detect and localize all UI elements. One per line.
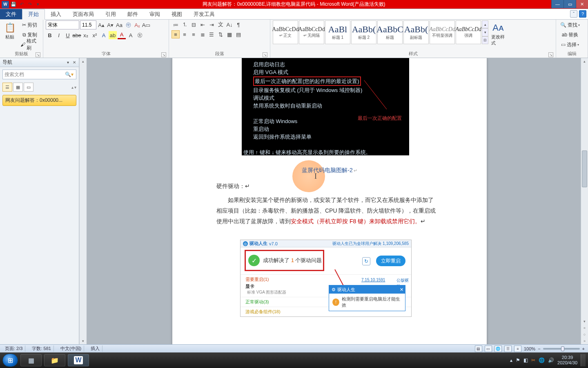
show-marks-icon[interactable]: ¶ bbox=[234, 20, 243, 29]
minimize-ribbon-button[interactable]: ˆ bbox=[570, 10, 577, 18]
tab-home[interactable]: 开始 bbox=[22, 9, 45, 20]
nav-dropdown-icon[interactable]: ▾ bbox=[65, 60, 71, 65]
search-icon[interactable]: 🔍▾ bbox=[65, 72, 74, 77]
char-shading-icon[interactable]: A bbox=[127, 31, 135, 39]
redo-icon[interactable]: ↷ bbox=[26, 1, 33, 8]
tab-mail[interactable]: 邮件 bbox=[122, 9, 144, 19]
zoom-out-icon[interactable]: − bbox=[538, 346, 540, 351]
scroll-up-icon[interactable]: ▴ bbox=[581, 58, 588, 65]
driver-version-link[interactable]: 7.15.10.1591 bbox=[361, 278, 385, 282]
multilevel-icon[interactable]: ⊟ bbox=[189, 20, 198, 29]
tab-view[interactable]: 视图 bbox=[166, 9, 188, 19]
print-layout-view-icon[interactable]: ▤ bbox=[475, 346, 482, 352]
status-language[interactable]: 中文(中国) bbox=[58, 346, 84, 352]
taskbar-explorer[interactable]: 📁 bbox=[44, 354, 65, 366]
tray-clock[interactable]: 20:392020/4/30 bbox=[557, 355, 577, 366]
minimize-button[interactable]: — bbox=[551, 0, 564, 8]
bold-icon[interactable]: B bbox=[46, 31, 54, 39]
underline-icon[interactable]: U bbox=[64, 31, 72, 39]
borders-icon[interactable]: ▤ bbox=[234, 30, 243, 38]
zoom-percent[interactable]: 100% bbox=[524, 346, 535, 351]
status-words[interactable]: 字数: 581 bbox=[29, 346, 53, 352]
shrink-font-icon[interactable]: A▾ bbox=[106, 21, 114, 29]
strike-icon[interactable]: abe bbox=[73, 31, 81, 39]
nav-tab-results[interactable]: ▭ bbox=[24, 83, 33, 92]
find-button[interactable]: 🔍 查找 bbox=[559, 20, 581, 29]
tab-review[interactable]: 审阅 bbox=[144, 9, 166, 19]
highlight-icon[interactable]: ab bbox=[109, 31, 117, 39]
replace-button[interactable]: ab 替换 bbox=[559, 30, 581, 39]
subscript-icon[interactable]: x₂ bbox=[82, 31, 90, 39]
grow-font-icon[interactable]: A▴ bbox=[97, 21, 105, 29]
vertical-scrollbar[interactable]: ▴ ▾ « ○ » bbox=[581, 58, 588, 344]
line-spacing-icon[interactable]: ⇅ bbox=[216, 30, 225, 38]
clipboard-launcher-icon[interactable]: ↘ bbox=[36, 52, 40, 57]
font-size-select[interactable]: 11.5 bbox=[80, 20, 96, 29]
tab-file[interactable]: 文件 bbox=[0, 9, 22, 19]
refresh-icon[interactable]: ↻ bbox=[362, 257, 370, 265]
web-view-icon[interactable]: 🌐 bbox=[494, 346, 502, 352]
help-button[interactable]: ? bbox=[579, 10, 586, 18]
scroll-down-icon[interactable]: ▾ bbox=[581, 318, 588, 325]
style-gallery-scroll[interactable]: ▴▾⊟ bbox=[482, 20, 488, 44]
format-painter-button[interactable]: 🖌 格式刷 bbox=[19, 40, 40, 49]
justify-icon[interactable]: ≣ bbox=[198, 30, 207, 38]
nav-scrollbar[interactable]: ▴▾ bbox=[79, 58, 87, 344]
style-heading2[interactable]: AaBb(标题 2 bbox=[351, 20, 376, 44]
style-normal[interactable]: AaBbCcDd↵ 正文 bbox=[273, 20, 298, 44]
nav-next-icon[interactable]: ▾ bbox=[74, 85, 76, 90]
tab-developer[interactable]: 开发工具 bbox=[188, 9, 220, 19]
bullets-icon[interactable]: ≔ bbox=[172, 20, 180, 29]
style-heading1[interactable]: AaBl标题 1 bbox=[325, 20, 350, 44]
tab-references[interactable]: 引用 bbox=[100, 9, 122, 19]
tray-flag-icon[interactable]: ⚑ bbox=[516, 357, 520, 363]
paste-button[interactable]: 📋粘贴 bbox=[2, 20, 17, 42]
text-effects-icon[interactable]: A bbox=[100, 31, 108, 39]
cut-button[interactable]: ✂ 剪切 bbox=[19, 20, 40, 29]
taskbar-word[interactable]: W bbox=[68, 354, 89, 366]
outline-view-icon[interactable]: ☰ bbox=[504, 346, 512, 352]
tray-volume-icon[interactable]: 🔊 bbox=[548, 357, 554, 363]
undo-icon[interactable]: ↶ bbox=[18, 1, 25, 8]
nav-prev-icon[interactable]: ▴ bbox=[71, 85, 74, 90]
taskbar-app1[interactable]: ▦ bbox=[20, 354, 42, 366]
phonetic-guide-icon[interactable]: ㊥ bbox=[124, 21, 132, 29]
tray-show-hidden-icon[interactable]: ▴ bbox=[510, 357, 512, 363]
tab-insert[interactable]: 插入 bbox=[45, 9, 67, 19]
enclose-char-icon[interactable]: ㊛ bbox=[136, 31, 144, 39]
tray-input-icon[interactable]: ◧ bbox=[523, 357, 528, 363]
font-launcher-icon[interactable]: ↘ bbox=[161, 52, 166, 57]
close-button[interactable]: ✕ bbox=[576, 0, 588, 8]
zoom-slider[interactable] bbox=[543, 348, 580, 350]
align-left-icon[interactable]: ≡ bbox=[172, 30, 180, 38]
style-subtle-emph[interactable]: AaBbCcDd不明显强调 bbox=[430, 20, 455, 44]
next-page-icon[interactable]: » bbox=[581, 338, 588, 344]
char-border-icon[interactable]: A▭ bbox=[142, 21, 150, 29]
change-styles-button[interactable]: Aᴀ更改样式 bbox=[490, 20, 506, 48]
asian-layout-icon[interactable]: 文 bbox=[216, 20, 225, 29]
maximize-button[interactable]: ▭ bbox=[564, 0, 576, 8]
qat-dropdown-icon[interactable]: ▾ bbox=[34, 1, 42, 8]
nav-tab-headings[interactable]: ☰ bbox=[2, 83, 12, 92]
styles-launcher-icon[interactable]: ↘ bbox=[548, 52, 553, 57]
zoom-in-icon[interactable]: + bbox=[582, 346, 585, 351]
nav-heading-item[interactable]: 网友问题解答：0x00000... bbox=[2, 95, 76, 106]
italic-icon[interactable]: I bbox=[55, 31, 63, 39]
font-color-icon[interactable]: A bbox=[118, 31, 126, 39]
browse-object-icon[interactable]: ○ bbox=[581, 331, 588, 338]
style-subtitle[interactable]: AaBb(副标题 bbox=[403, 20, 429, 44]
nav-close-icon[interactable]: ✕ bbox=[71, 60, 77, 65]
style-gallery[interactable]: AaBbCcDd↵ 正文 AaBbCcDd↵ 无间隔 AaBl标题 1 AaBb… bbox=[273, 20, 488, 44]
fullscreen-view-icon[interactable]: ▭ bbox=[485, 346, 492, 352]
tray-screenshot-icon[interactable]: ✂ bbox=[531, 357, 535, 363]
font-name-select[interactable]: 宋体 bbox=[46, 20, 79, 29]
paragraph-launcher-icon[interactable]: ↘ bbox=[263, 52, 267, 57]
popup-close-icon[interactable]: ✕ bbox=[400, 287, 403, 292]
shading-icon[interactable]: ▦ bbox=[225, 30, 234, 38]
style-title[interactable]: AaBbC标题 bbox=[377, 20, 403, 44]
draft-view-icon[interactable]: ≡ bbox=[514, 346, 521, 352]
restart-button[interactable]: 立即重启 bbox=[376, 256, 405, 266]
document-area[interactable]: 启用启动日志 启用 VGA 模式 最后一次正确的配置(您的起作用的最近设置) 目… bbox=[87, 58, 581, 344]
show-desktop-button[interactable] bbox=[581, 354, 586, 366]
align-center-icon[interactable]: ≡ bbox=[180, 30, 189, 38]
